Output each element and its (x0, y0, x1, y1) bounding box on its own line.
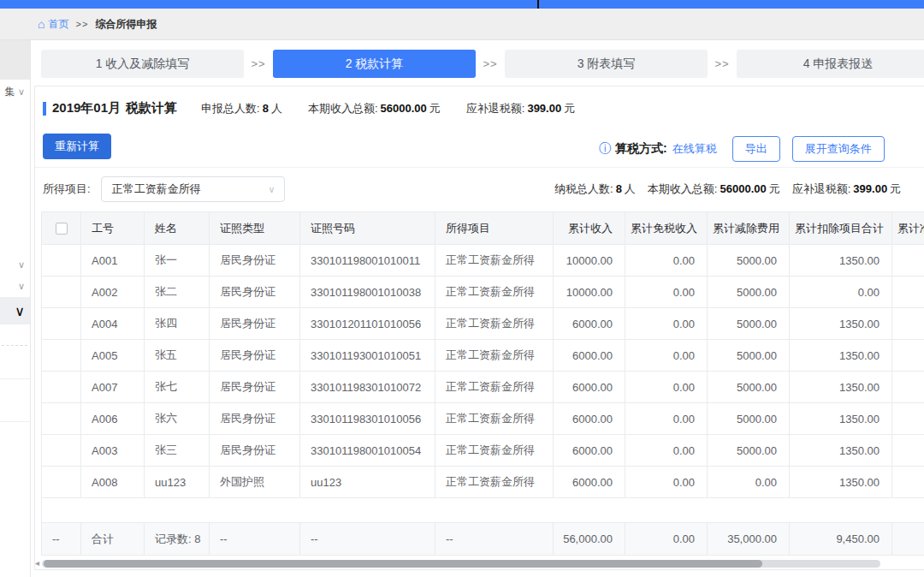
stat-value: 399.00 (527, 102, 561, 115)
column-header-cum_deduction_expense: 累计减除费用 (708, 212, 790, 245)
horizontal-scrollbar-thumb[interactable] (44, 560, 762, 568)
period-header: 2019年01月 税款计算 申报总人数:8人 本期收入总额:56000.00元 … (43, 100, 601, 116)
cell-emp_no: A004 (81, 308, 145, 340)
cell-cum_donation (892, 372, 924, 403)
cell-select (42, 277, 81, 308)
spacer-cell (42, 498, 924, 523)
cell-id_number: 330101198301010056 (300, 403, 435, 435)
cell-cum_deduction_expense: 5000.00 (708, 277, 790, 308)
stat-value: 8 (616, 182, 622, 195)
table-row[interactable]: A002张二居民身份证330101198001010038正常工资薪金所得100… (42, 277, 924, 308)
breadcrumb-current: 综合所得申报 (95, 17, 157, 32)
select-all-checkbox[interactable] (56, 223, 68, 235)
stat-value: 399.00 (853, 182, 887, 195)
sidebar-item-selected[interactable]: ∨ (0, 297, 30, 324)
cell-id_type: 居民身份证 (210, 372, 300, 403)
stat-unit: 人 (625, 182, 636, 195)
stat-value: 56000.00 (720, 182, 766, 195)
cell-cum_donation (892, 277, 924, 308)
cell-name: 张六 (145, 403, 210, 435)
column-header-select (42, 212, 81, 245)
cell-cum_donation (892, 245, 924, 277)
stat-taxpayer-count: 纳税总人数:8人 (554, 181, 636, 197)
cell-id_type: 居民身份证 (210, 308, 300, 340)
table-header-row: 工号姓名证照类型证照号码所得项目累计收入累计免税收入累计减除费用累计扣除项目合计… (42, 212, 924, 245)
cell-emp_no: A001 (81, 245, 145, 277)
sidebar-item-3[interactable]: ∨ (0, 280, 30, 292)
cell-name: 张五 (145, 340, 210, 372)
export-button[interactable]: 导出 (732, 136, 780, 162)
cell-select (42, 403, 81, 435)
cell-cum_tax_free_income: 0.00 (625, 372, 708, 403)
horizontal-scrollbar-track[interactable] (42, 560, 880, 568)
table-row[interactable]: A004张四居民身份证330101201101010056正常工资薪金所得600… (42, 308, 924, 340)
cell-cum_tax_free_income: 0.00 (625, 435, 708, 467)
collapsed-sidebar: 集 ∨ ∨ ∨ ∨ (0, 40, 31, 577)
cell-income_item: 正常工资薪金所得 (435, 277, 554, 308)
column-header-cum_deduction_items_total: 累计扣除项目合计 (790, 212, 892, 245)
cell-cum_tax_free_income: 0.00 (625, 245, 708, 277)
sidebar-dashed-divider (2, 345, 27, 346)
breadcrumb-home-link[interactable]: 首页 (48, 17, 68, 32)
table-row[interactable]: A003张三居民身份证330101198001010054正常工资薪金所得600… (42, 435, 924, 467)
employee-tax-table-wrap: 工号姓名证照类型证照号码所得项目累计收入累计免税收入累计减除费用累计扣除项目合计… (41, 211, 924, 556)
cell-cum_deduction_items_total: 1350.00 (790, 245, 892, 277)
income-item-select[interactable]: 正常工资薪金所得 ∨ (101, 176, 285, 202)
step-4-submit[interactable]: 4 申报表报送 (737, 50, 924, 78)
cell-id_number: uu123 (300, 467, 435, 498)
column-header-emp_no: 工号 (81, 212, 145, 245)
total-cell-cum_deduction_expense: 35,000.00 (708, 523, 790, 556)
cell-cum_donation (892, 435, 924, 467)
table-row[interactable]: A006张六居民身份证330101198301010056正常工资薪金所得600… (42, 403, 924, 435)
cell-select (42, 245, 81, 277)
cell-id_number: 330101198001010054 (300, 435, 435, 467)
cell-id_type: 居民身份证 (210, 435, 300, 467)
cell-cum_tax_free_income: 0.00 (625, 403, 708, 435)
cell-income_item: 正常工资薪金所得 (435, 245, 554, 277)
expand-query-button[interactable]: 展开查询条件 (792, 136, 885, 162)
stat-period-income-2: 本期收入总额:56000.00元 (648, 181, 780, 197)
total-cell-cum_tax_free_income: 0.00 (625, 523, 708, 556)
stat-label: 申报总人数: (201, 102, 260, 115)
cell-cum_income: 6000.00 (554, 340, 625, 372)
stat-value: 56000.00 (381, 102, 427, 115)
step-2-tax-calc[interactable]: 2 税款计算 (273, 50, 476, 78)
info-icon[interactable]: ⓘ (599, 141, 611, 157)
tax-calc-panel: 2019年01月 税款计算 申报总人数:8人 本期收入总额:56000.00元 … (34, 86, 924, 570)
total-cell-cum_income: 56,000.00 (554, 523, 625, 556)
cell-income_item: 正常工资薪金所得 (435, 340, 554, 372)
stat-unit: 元 (564, 102, 575, 115)
stat-label: 纳税总人数: (554, 182, 613, 195)
recalculate-button[interactable]: 重新计算 (43, 134, 111, 159)
step-separator: >> (476, 57, 505, 70)
period-label: 2019年01月 (52, 100, 121, 116)
stat-tax-due: 应补退税额:399.00元 (466, 101, 575, 116)
tax-mode-value-link[interactable]: 在线算税 (672, 141, 717, 157)
filter-stats: 纳税总人数:8人 本期收入总额:56000.00元 应补退税额:399.00元 (554, 175, 913, 203)
table-row[interactable]: A005张五居民身份证330101193001010051正常工资薪金所得600… (42, 340, 924, 372)
stat-label: 本期收入总额: (648, 182, 718, 195)
step-1-income[interactable]: 1 收入及减除填写 (41, 50, 244, 78)
table-row[interactable]: A001张一居民身份证330101198001010011正常工资薪金所得100… (42, 245, 924, 277)
scroll-left-arrow-icon[interactable]: ◂ (35, 558, 39, 568)
total-cell-emp_no: 合计 (81, 523, 145, 556)
table-row[interactable]: A008uu123外国护照uu123正常工资薪金所得6000.000.000.0… (42, 467, 924, 498)
cell-id_number: 330101193001010051 (300, 340, 435, 372)
cell-cum_tax_free_income: 0.00 (625, 340, 708, 372)
page-title: 税款计算 (126, 100, 177, 116)
cell-cum_income: 6000.00 (554, 372, 625, 403)
cell-name: 张三 (145, 435, 210, 467)
column-header-cum_tax_free_income: 累计免税收入 (625, 212, 708, 245)
accent-bar (43, 102, 46, 116)
stat-unit: 人 (271, 102, 282, 115)
sidebar-item-2[interactable]: ∨ (0, 259, 30, 271)
cell-income_item: 正常工资薪金所得 (435, 372, 554, 403)
cell-id_number: 330101201101010056 (300, 308, 435, 340)
step-3-schedules[interactable]: 3 附表填写 (505, 50, 708, 78)
sidebar-item-collapsed[interactable]: 集 ∨ (0, 85, 30, 99)
cell-cum_deduction_items_total: 1350.00 (790, 308, 892, 340)
breadcrumb: ⌂ 首页 >> 综合所得申报 (0, 9, 924, 40)
cell-income_item: 正常工资薪金所得 (435, 403, 554, 435)
cell-cum_donation (892, 403, 924, 435)
table-row[interactable]: A007张七居民身份证330101198301010072正常工资薪金所得600… (42, 372, 924, 403)
